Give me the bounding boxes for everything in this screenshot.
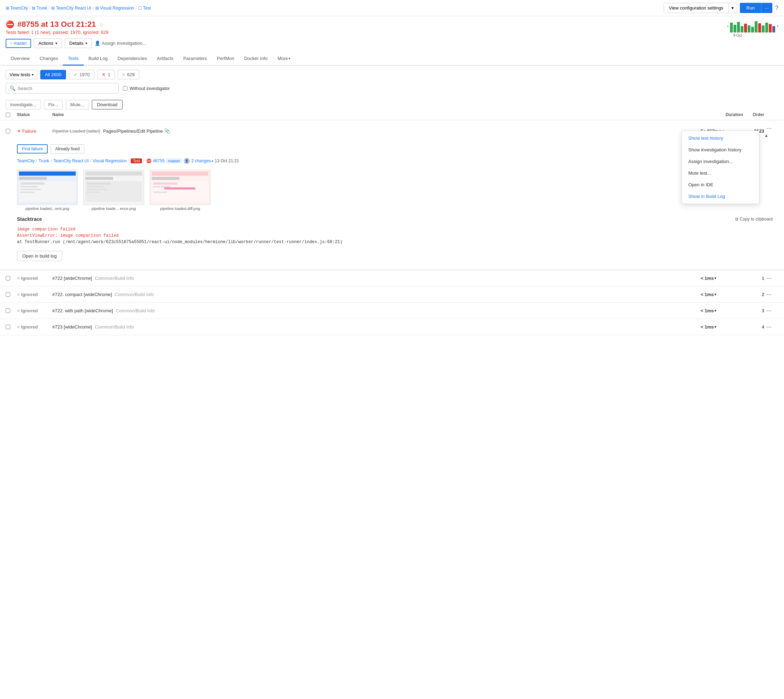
dropdown-item-show-investigation-history[interactable]: Show investigation history [682,144,759,156]
ignored-more-button-1[interactable]: ··· [764,274,774,283]
stacktrace-line-1: image comparison failed [17,226,773,232]
ignored-more-button-3[interactable]: ··· [764,306,774,315]
build-status-text: Tests failed: 1 (1 new), passed: 1970, i… [6,30,778,35]
breadcrumb-test[interactable]: ☐ Test [138,6,151,11]
ignored-checkbox-2[interactable] [6,292,10,297]
breadcrumb-visualreg[interactable]: ⊞ Visual Regression [95,6,134,11]
copy-to-clipboard-button[interactable]: ⧉ Copy to clipboard [735,217,773,222]
filter-passed-button[interactable]: ✓ 1970 [69,70,94,80]
header-order: Order [743,112,764,117]
stacktrace-section: Stacktrace ⧉ Copy to clipboard image com… [17,212,778,270]
screenshot-item-2[interactable]: pipeline loade... ence.png [83,170,144,210]
ignored-more-2: ··· [764,290,778,299]
favorite-star-icon[interactable]: ☆ [99,21,104,28]
test-row-checkbox[interactable] [6,129,10,133]
build-number-link[interactable]: #8755 [153,159,164,163]
mute-button[interactable]: Mute... [66,100,89,109]
ignored-more-4: ··· [764,323,778,331]
test-row-checkbox-cell [6,129,17,133]
view-tests-button[interactable]: View tests ▾ [6,70,37,80]
ignored-name-col-3: #722. with path [wideChrome] Common/Buil… [52,308,701,313]
ignored-duration-chevron-icon-4: ▾ [714,325,716,329]
breadcrumb-visual-regression-link[interactable]: Visual Regression [93,159,127,163]
svg-rect-5 [20,186,38,187]
ignored-num-4: #723 [wideChrome] [52,324,92,330]
dropdown-item-show-in-build-log[interactable]: Show in Build Log [682,190,759,202]
branch-badge: master [166,159,182,163]
download-button[interactable]: Download [92,100,123,109]
ignored-row-3[interactable]: ≡ Ignored #722. with path [wideChrome] C… [0,303,784,319]
tab-artifacts[interactable]: Artifacts [152,52,178,66]
chart-prev-button[interactable]: ‹ [727,23,729,28]
tab-changes[interactable]: Changes [35,52,63,66]
tab-more[interactable]: More ▾ [272,52,296,66]
ignored-duration-val-2: < 1ms ▾ [701,292,743,297]
select-all-checkbox[interactable] [6,113,10,117]
breadcrumb-trunk[interactable]: ⊞ Trunk [32,6,47,11]
search-input[interactable] [18,86,115,91]
filter-failed-button[interactable]: ✕ 1 [97,70,115,80]
run-more-button[interactable]: ··· [761,3,772,13]
dropdown-item-mute-test[interactable]: Mute test... [682,167,759,179]
breadcrumb-reactui[interactable]: ⊞ TeamCity React UI [51,6,91,11]
tab-more-chevron-icon: ▾ [289,56,290,60]
run-button[interactable]: Run [740,3,761,13]
breadcrumb-teamcity[interactable]: ⊞ TeamCity [6,6,28,11]
settings-dropdown-button[interactable]: ▾ [729,3,737,13]
ignored-checkbox-1[interactable] [6,276,10,280]
breadcrumb-teamcity-link[interactable]: TeamCity [17,159,35,163]
breadcrumb-reactui-link[interactable]: TeamCity React UI [53,159,89,163]
assign-investigation-button[interactable]: 👤 Assign investigation... [95,41,146,46]
branch-button[interactable]: ⑂ master [6,39,31,48]
svg-rect-22 [164,187,195,189]
tab-overview[interactable]: Overview [6,52,35,66]
without-investigator-checkbox-label[interactable]: Without investigator [123,86,170,91]
ignored-row-1[interactable]: ≡ Ignored #722 [wideChrome] Common/Build… [0,270,784,287]
screenshot-item-3[interactable]: pipeline loaded.diff.png [150,170,211,210]
ignored-text-2: Ignored [21,292,38,297]
tab-parameters[interactable]: Parameters [178,52,212,66]
first-failure-button[interactable]: First failure [17,144,48,154]
stacktrace-header: Stacktrace ⧉ Copy to clipboard [17,216,773,222]
fix-button[interactable]: Fix... [44,100,63,109]
help-icon-button[interactable]: ? [775,5,778,11]
failure-status-label: ✕ Failure [17,128,52,134]
dropdown-item-show-test-history[interactable]: Show test history [682,133,759,144]
details-dropdown-button[interactable]: Details ▾ [65,38,92,48]
tab-tests[interactable]: Tests [63,52,83,66]
tab-perfmon[interactable]: PerfMon [212,52,239,66]
dropdown-item-open-in-ide[interactable]: Open in IDE [682,179,759,190]
ignored-duration-chevron-icon: ▾ [714,276,716,280]
passed-count-label: 1970 [80,72,90,77]
ignored-checkbox-3[interactable] [6,308,10,313]
screenshot-item-1[interactable]: pipeline loaded...rent.png [17,170,78,210]
tab-dependencies[interactable]: Dependencies [113,52,152,66]
dropdown-item-assign-investigation[interactable]: Assign investigation... [682,156,759,167]
breadcrumb-trunk-link[interactable]: Trunk [38,159,49,163]
ignored-checkbox-4[interactable] [6,325,10,329]
without-investigator-checkbox[interactable] [123,86,128,91]
changes-link[interactable]: 2 changes ▾ [191,159,213,163]
collapse-chevron-icon[interactable]: ▲ [764,133,769,138]
ignored-row-4[interactable]: ≡ Ignored #723 [wideChrome] Common/Build… [0,319,784,335]
chart-next-button[interactable]: › [777,23,778,28]
investigate-button[interactable]: Investigate... [6,100,41,109]
test-row-more-button[interactable]: ··· [764,124,774,133]
ignored-row-2[interactable]: ≡ Ignored #722. compact [wideChrome] Com… [0,287,784,303]
build-history-chart: ‹ › 9 Oct [727,19,778,33]
ignored-more-button-2[interactable]: ··· [764,290,774,299]
view-config-settings-button[interactable]: View configuration settings [664,3,729,13]
screenshots-row: pipeline loaded...rent.png [17,167,778,212]
actions-dropdown-button[interactable]: Actions ▾ [34,38,62,48]
tab-build-log[interactable]: Build Log [84,52,113,66]
filter-ignored-button[interactable]: ≡ 629 [118,70,139,80]
tab-docker-info[interactable]: Docker Info [239,52,272,66]
ignored-name-col-2: #722. compact [wideChrome] Common/Build … [52,292,701,297]
already-fixed-button[interactable]: Already fixed [50,144,84,154]
stacktrace-title: Stacktrace [17,216,42,222]
filter-all-button[interactable]: All 2600 [40,70,66,80]
ignored-more-button-4[interactable]: ··· [764,323,774,331]
test-row-failure-header[interactable]: ✕ Failure Pipeline Loaded [safari] Pages… [0,120,784,141]
open-in-build-log-button[interactable]: Open in build log [17,251,62,261]
build-number: #8755 at 13 Oct 21:21 [17,20,96,29]
